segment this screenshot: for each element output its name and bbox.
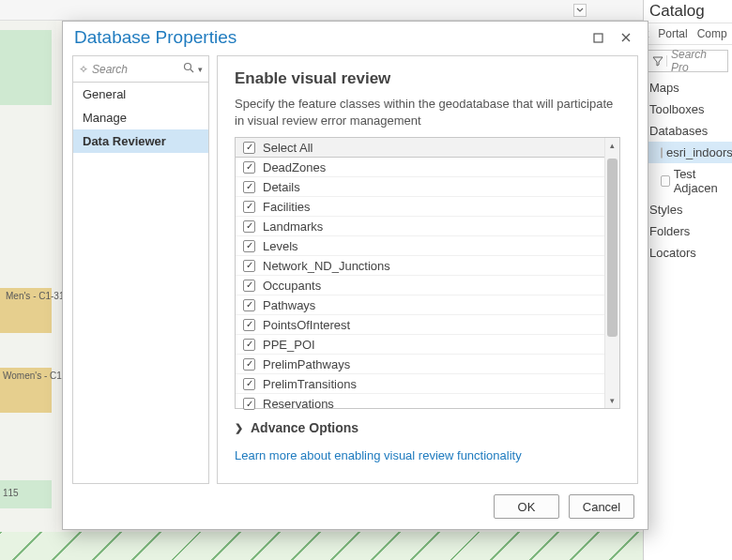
catalog-db-test[interactable]: Test Adjacen — [644, 163, 732, 199]
checkbox[interactable] — [243, 220, 255, 233]
list-item-label: Reservations — [263, 397, 334, 411]
map-greenery — [0, 532, 732, 560]
checkbox[interactable] — [243, 319, 255, 331]
feature-class-list: Select All DeadZones Details Facilities … — [235, 137, 620, 409]
database-icon — [661, 147, 663, 159]
chevron-right-icon: ❯ — [235, 422, 243, 434]
advance-options-label: Advance Options — [251, 420, 358, 435]
chevron-down-icon[interactable]: ▾ — [198, 65, 203, 74]
content-subtext: Specify the feature classes within the g… — [235, 96, 620, 129]
maximize-button[interactable] — [584, 24, 612, 51]
list-item[interactable]: Landmarks — [236, 217, 604, 236]
checkbox[interactable] — [243, 201, 255, 213]
room-label-1: Men's - C1-315 — [6, 291, 69, 302]
list-item-label: PPE_POI — [263, 338, 315, 352]
list-item-label: Pathways — [263, 298, 315, 312]
list-item[interactable]: PrelimTransitions — [236, 374, 604, 394]
checkbox[interactable] — [243, 181, 255, 193]
svg-rect-0 — [594, 34, 602, 42]
list-item-label: Levels — [263, 239, 298, 253]
scroll-thumb[interactable] — [607, 159, 618, 337]
scroll-up-icon[interactable]: ▴ — [605, 138, 619, 153]
catalog-db-indoors-label: esri_indoors_ — [666, 145, 732, 159]
checkbox[interactable] — [243, 299, 255, 311]
dialog-titlebar[interactable]: Database Properties — [63, 22, 648, 53]
list-item-label: PointsOfInterest — [263, 318, 350, 332]
list-item-label: Landmarks — [263, 219, 323, 234]
learn-more-link[interactable]: Learn more about enabling visual review … — [235, 448, 620, 462]
scroll-down-icon[interactable]: ▾ — [605, 393, 619, 408]
catalog-panel: Catalog t Portal Comp Search Pro Maps To… — [643, 0, 732, 560]
list-item[interactable]: Pathways — [236, 295, 604, 315]
catalog-tab-portal[interactable]: Portal — [658, 27, 687, 40]
list-item-label: Details — [263, 180, 300, 194]
catalog-db-test-label: Test Adjacen — [674, 167, 726, 195]
dialog-footer: OK Cancel — [63, 484, 648, 529]
list-item-label: PrelimPathways — [263, 357, 350, 371]
nav-manage[interactable]: Manage — [73, 106, 208, 129]
ok-button[interactable]: OK — [494, 494, 559, 519]
sparkle-icon: ✧ — [79, 63, 88, 76]
scrollbar[interactable]: ▴ ▾ — [604, 138, 619, 408]
collapse-button[interactable] — [573, 4, 587, 17]
catalog-item-databases[interactable]: Databases — [644, 120, 732, 142]
catalog-item-styles[interactable]: Styles — [644, 199, 732, 220]
select-all-row[interactable]: Select All — [236, 138, 604, 158]
list-item[interactable]: PPE_POI — [236, 335, 604, 355]
list-item[interactable]: PrelimPathways — [236, 355, 604, 374]
list-item-label: Occupants — [263, 279, 321, 293]
search-icon[interactable] — [183, 62, 194, 76]
catalog-item-locators[interactable]: Locators — [644, 242, 732, 264]
list-item[interactable]: Facilities — [236, 197, 604, 217]
database-icon — [661, 175, 670, 187]
list-item-label: Network_ND_Junctions — [263, 259, 390, 273]
catalog-tabs: t Portal Comp — [644, 23, 732, 45]
checkbox[interactable] — [243, 339, 255, 351]
catalog-item-folders[interactable]: Folders — [644, 220, 732, 242]
list-item-label: DeadZones — [263, 160, 326, 174]
list-item[interactable]: Network_ND_Junctions — [236, 256, 604, 276]
svg-point-1 — [185, 64, 191, 70]
list-item[interactable]: PointsOfInterest — [236, 315, 604, 335]
catalog-item-toolboxes[interactable]: Toolboxes — [644, 98, 732, 120]
list-item-label: Facilities — [263, 200, 311, 214]
content-heading: Enable visual review — [235, 69, 620, 88]
catalog-search-placeholder: Search Pro — [667, 48, 727, 74]
dialog-database-properties: Database Properties ✧ Search ▾ General M… — [62, 21, 648, 530]
checkbox[interactable] — [243, 280, 255, 292]
list-item-label: PrelimTransitions — [263, 377, 357, 391]
dialog-title: Database Properties — [74, 27, 584, 48]
close-button[interactable] — [612, 24, 640, 51]
list-item[interactable]: Levels — [236, 236, 604, 256]
filter-icon[interactable] — [648, 55, 667, 67]
checkbox[interactable] — [243, 398, 255, 410]
checkbox[interactable] — [243, 240, 255, 252]
checkbox[interactable] — [243, 161, 255, 174]
list-item[interactable]: Occupants — [236, 276, 604, 295]
dialog-nav-pane: ✧ Search ▾ General Manage Data Reviewer — [72, 55, 209, 484]
list-item[interactable]: DeadZones — [236, 158, 604, 177]
catalog-search[interactable]: Search Pro — [648, 50, 728, 72]
dialog-content-pane: Enable visual review Specify the feature… — [217, 55, 638, 484]
checkbox-select-all[interactable] — [243, 142, 255, 154]
list-item[interactable]: Reservations — [236, 394, 604, 414]
room-label-3: 115 — [3, 488, 19, 498]
nav-general[interactable]: General — [73, 83, 208, 106]
nav-data-reviewer[interactable]: Data Reviewer — [73, 129, 208, 153]
nav-search-placeholder: Search — [92, 63, 179, 76]
background-topbar — [0, 0, 732, 21]
catalog-db-indoors[interactable]: esri_indoors_ — [644, 142, 732, 163]
catalog-item-maps[interactable]: Maps — [644, 77, 732, 98]
checkbox[interactable] — [243, 378, 255, 390]
list-item[interactable]: Details — [236, 177, 604, 197]
nav-search[interactable]: ✧ Search ▾ — [73, 56, 208, 83]
checkbox[interactable] — [243, 358, 255, 371]
catalog-tab-computer[interactable]: Comp — [697, 27, 727, 40]
nav-list: General Manage Data Reviewer — [73, 83, 208, 483]
cancel-button[interactable]: Cancel — [569, 494, 634, 519]
advance-options-toggle[interactable]: ❯ Advance Options — [235, 420, 620, 435]
checkbox[interactable] — [243, 260, 255, 272]
catalog-title: Catalog — [644, 0, 732, 23]
select-all-label: Select All — [263, 141, 313, 155]
